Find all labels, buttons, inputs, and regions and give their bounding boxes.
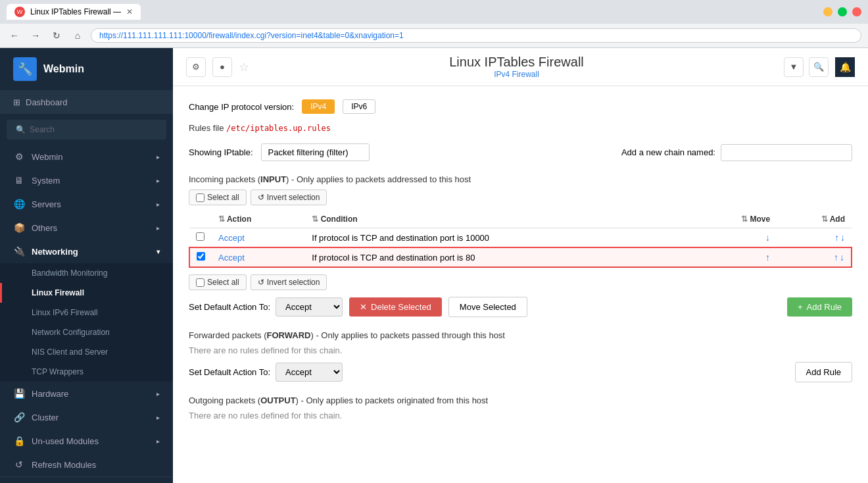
nis-label: NIS Client and Server	[32, 347, 108, 357]
search-button[interactable]: 🔍	[809, 57, 829, 77]
action-value: Accept	[218, 233, 245, 243]
info-button[interactable]: ●	[212, 57, 232, 77]
sidebar-item-nis[interactable]: NIS Client and Server	[0, 342, 173, 362]
row-checkbox-cell	[189, 228, 212, 248]
tab-close-button[interactable]: ✕	[126, 7, 133, 16]
col-checkbox	[189, 211, 212, 228]
home-button[interactable]: ⌂	[70, 28, 85, 43]
networking-icon: 🔌	[13, 246, 25, 257]
invert-label: Invert selection	[267, 193, 320, 202]
row2-condition: If protocol is TCP and destination port …	[305, 247, 691, 267]
sidebar-item-bandwidth[interactable]: Bandwidth Monitoring	[0, 263, 173, 283]
chevron-right-icon: ▸	[157, 414, 160, 421]
sort-arrows: ⇅	[312, 215, 320, 224]
add-above-icon[interactable]: ↑	[834, 252, 838, 263]
bandwidth-label: Bandwidth Monitoring	[32, 268, 107, 278]
settings-button[interactable]: ⚙	[186, 57, 206, 77]
forwarded-default-label: Set Default Action To:	[189, 367, 270, 377]
search-input[interactable]	[30, 125, 157, 134]
bottom-select-all-button[interactable]: Select all	[189, 274, 247, 290]
outgoing-bold: OUTPUT	[260, 395, 295, 405]
default-action-select[interactable]: Accept	[276, 297, 343, 317]
sidebar-item-dashboard[interactable]: ⊞ Dashboard	[0, 91, 173, 114]
window-close[interactable]	[852, 7, 861, 16]
move-up-icon[interactable]: ↑	[765, 252, 770, 263]
ipv4-button[interactable]: IPv4	[302, 99, 335, 114]
incoming-select-bar: Select all ↺ Invert selection	[189, 190, 852, 205]
sidebar-header: 🔧 Webmin	[0, 48, 173, 91]
forwarded-no-rules: There are no rules defined for this chai…	[189, 345, 852, 355]
row2-checkbox[interactable]	[197, 252, 205, 261]
sidebar-item-unused-modules[interactable]: 🔒 Un-used Modules ▸	[0, 429, 173, 453]
page-title-section: Linux IPTables Firewall IPv4 Firewall	[256, 55, 777, 79]
new-chain-input[interactable]	[721, 144, 852, 161]
address-bar[interactable]: https://111.111.111.111:10000/firewall/i…	[91, 28, 861, 43]
sidebar-item-label: Servers	[32, 199, 61, 209]
move-selected-button[interactable]: Move Selected	[448, 297, 527, 317]
sidebar-item-servers[interactable]: 🌐 Servers ▸	[0, 192, 173, 216]
sidebar: 🔧 Webmin ⊞ Dashboard 🔍 ⚙ Webmin ▸ 🖥 Syst…	[0, 48, 173, 483]
rules-file-row: Rules file /etc/iptables.up.rules	[189, 123, 852, 133]
row2-add: ↑ ↓	[777, 247, 852, 267]
sidebar-item-cluster[interactable]: 🔗 Cluster ▸	[0, 405, 173, 429]
forwarded-default-action-row: Set Default Action To: Accept	[189, 363, 343, 382]
bottom-select-all-checkbox[interactable]	[196, 278, 205, 287]
col-add-header: ⇅ Add	[777, 211, 852, 228]
forwarded-bottom-bar: Set Default Action To: Accept Add Rule	[189, 362, 852, 382]
default-action-label: Set Default Action To:	[189, 302, 270, 312]
row1-checkbox[interactable]	[196, 232, 205, 241]
row1-action: Accept	[212, 228, 305, 248]
forward-button[interactable]: →	[28, 28, 43, 43]
sidebar-item-label: Webmin	[32, 152, 62, 162]
incoming-invert-button[interactable]: ↺ Invert selection	[251, 190, 327, 205]
sidebar-item-system[interactable]: 🖥 System ▸	[0, 168, 173, 192]
iptable-dropdown[interactable]: Packet filtering (filter)	[262, 144, 369, 161]
sidebar-item-others[interactable]: 📦 Others ▸	[0, 216, 173, 240]
ipv6-button[interactable]: IPv6	[343, 99, 375, 114]
new-chain-label: Add a new chain named:	[621, 147, 715, 157]
sidebar-item-hardware[interactable]: 💾 Hardware ▸	[0, 382, 173, 405]
outgoing-section: Outgoing packets (OUTPUT) - Only applies…	[189, 395, 852, 420]
add-above-icon[interactable]: ↑	[834, 232, 839, 243]
sidebar-item-label: Hardware	[32, 389, 68, 399]
col-condition-header: ⇅ Condition	[305, 211, 691, 228]
move-down-icon[interactable]: ↓	[765, 232, 770, 243]
favorite-icon[interactable]: ☆	[239, 60, 249, 74]
add-rule-button[interactable]: + Add Rule	[787, 297, 852, 317]
bottom-invert-label: Invert selection	[267, 278, 320, 287]
add-below-icon[interactable]: ↓	[840, 252, 844, 263]
add-below-icon[interactable]: ↓	[840, 232, 845, 243]
refresh-modules-icon: ↺	[13, 459, 25, 470]
chevron-right-icon: ▸	[157, 177, 160, 184]
notification-button[interactable]: 🔔	[835, 57, 855, 77]
new-chain-row: Add a new chain named:	[621, 144, 852, 161]
bottom-invert-button[interactable]: ↺ Invert selection	[251, 274, 327, 290]
delete-selected-button[interactable]: ✕ Delete Selected	[349, 297, 442, 317]
window-minimize[interactable]	[823, 7, 832, 16]
refresh-button[interactable]: ↻	[49, 28, 64, 43]
search-box[interactable]: 🔍	[7, 120, 166, 140]
sidebar-item-tcp-wrappers[interactable]: TCP Wrappers	[0, 362, 173, 382]
sidebar-item-network-config[interactable]: Network Configuration	[0, 322, 173, 342]
filter-button[interactable]: ▼	[784, 57, 804, 77]
sidebar-item-label: Un-used Modules	[32, 436, 99, 446]
sidebar-item-label: Networking	[32, 247, 78, 257]
back-button[interactable]: ←	[7, 28, 22, 43]
networking-submenu: Bandwidth Monitoring Linux Firewall Linu…	[0, 263, 173, 382]
window-maximize[interactable]	[838, 7, 847, 16]
sidebar-item-linux-ipv6-fw[interactable]: Linux IPv6 Firewall	[0, 303, 173, 322]
action-value: Accept	[218, 253, 245, 263]
rules-file-path: /etc/iptables.up.rules	[226, 124, 331, 133]
sidebar-item-refresh-modules[interactable]: ↺ Refresh Modules	[0, 453, 173, 476]
sidebar-item-linux-fw[interactable]: Linux Firewall	[0, 283, 173, 303]
incoming-select-all-button[interactable]: Select all	[189, 190, 247, 205]
protocol-label: Change IP protocol version:	[189, 102, 294, 112]
forwarded-add-rule-button[interactable]: Add Rule	[795, 362, 852, 382]
sidebar-item-networking[interactable]: 🔌 Networking ▾	[0, 240, 173, 263]
forwarded-action-select[interactable]: Accept	[276, 363, 343, 382]
chevron-right-icon: ▸	[157, 438, 160, 445]
bottom-invert-icon: ↺	[258, 278, 264, 287]
select-all-checkbox[interactable]	[196, 193, 205, 202]
hardware-icon: 💾	[13, 388, 25, 399]
sidebar-item-webmin[interactable]: ⚙ Webmin ▸	[0, 145, 173, 168]
